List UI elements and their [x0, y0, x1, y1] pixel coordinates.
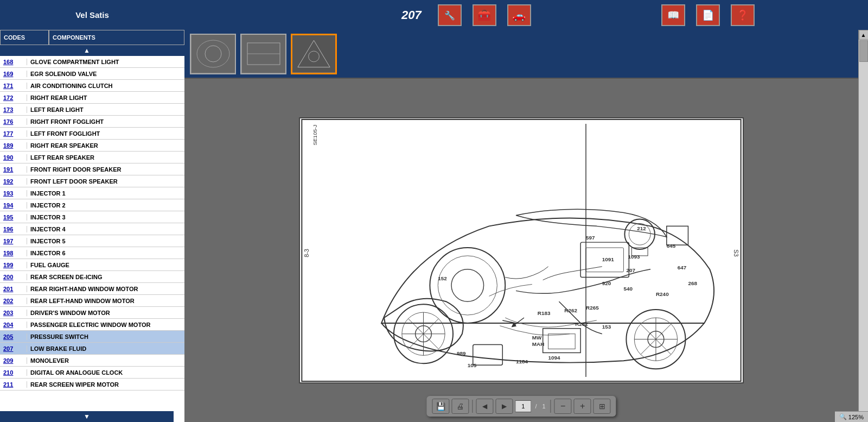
component-code: 204 [0, 322, 27, 328]
component-name: DIGITAL OR ANALOGUE CLOCK [27, 369, 123, 376]
svg-text:105: 105 [468, 362, 477, 368]
component-code: 211 [0, 381, 27, 388]
list-item[interactable]: 204PASSENGER ELECTRIC WINDOW MOTOR [0, 319, 184, 331]
list-item[interactable]: 171AIR CONDITIONING CLUTCH [0, 80, 184, 92]
svg-text:S3: S3 [733, 249, 739, 256]
list-item[interactable]: 200REAR SCREEN DE-ICING [0, 271, 184, 283]
svg-text:R265: R265 [586, 305, 599, 311]
toolbox-btn[interactable]: 🧰 [473, 4, 496, 26]
list-item[interactable]: 196INJECTOR 4 [0, 223, 184, 235]
zoom-out-button[interactable]: − [554, 399, 572, 414]
status-bar: 🔍 125% [835, 411, 868, 422]
list-item[interactable]: 209MONOLEVER [0, 355, 184, 367]
scrollbar-up[interactable]: ▲ [859, 30, 869, 40]
list-item[interactable]: 199FUEL GAUGE [0, 259, 184, 271]
list-item[interactable]: 202REAR LEFT-HAND WINDOW MOTOR [0, 295, 184, 307]
help-btn[interactable]: ❓ [731, 4, 755, 26]
document-btn[interactable]: 📄 [696, 4, 720, 26]
zoom-level: 125% [848, 414, 864, 420]
component-name: AIR CONDITIONING CLUTCH [27, 83, 113, 89]
print-button[interactable]: 🖨 [451, 399, 469, 414]
list-item[interactable]: 192FRONT LEFT DOOR SPEAKER [0, 175, 184, 187]
list-item[interactable]: 176RIGHT FRONT FOGLIGHT [0, 116, 184, 128]
component-code: 177 [0, 130, 27, 137]
fit-button[interactable]: ⊞ [593, 399, 611, 414]
list-item[interactable]: 173LEFT REAR LIGHT [0, 104, 184, 116]
next-page-button[interactable]: ▶ [495, 399, 513, 414]
component-name: LEFT REAR SPEAKER [27, 154, 94, 161]
component-code: 168 [0, 59, 27, 65]
list-item[interactable]: 189RIGHT REAR SPEAKER [0, 140, 184, 152]
page-current-input[interactable] [515, 400, 531, 412]
component-name: RIGHT FRONT FOGLIGHT [27, 118, 104, 125]
svg-text:🔧: 🔧 [444, 10, 455, 21]
component-name: INJECTOR 5 [27, 238, 66, 244]
svg-text:R240: R240 [656, 291, 669, 297]
scrollbar-track[interactable] [859, 40, 869, 412]
svg-text:212: 212 [637, 225, 646, 231]
page-total: 1 [542, 403, 545, 410]
wrench-icon: 🔧 [443, 8, 457, 22]
diagram-area: 8-3 S3 SE105-J [184, 79, 858, 422]
list-item[interactable]: 168GLOVE COMPARTMENT LIGHT [0, 56, 184, 68]
component-code: 190 [0, 154, 27, 161]
save-button[interactable]: 💾 [432, 399, 449, 414]
component-name: REAR SCREEN DE-ICING [27, 274, 103, 280]
list-item[interactable]: 172RIGHT REAR LIGHT [0, 92, 184, 104]
scroll-up-arrow[interactable]: ▲ [0, 45, 174, 56]
list-item[interactable]: 191FRONT RIGHT DOOR SPEAKER [0, 163, 184, 175]
component-name: GLOVE COMPARTMENT LIGHT [27, 59, 119, 65]
list-item[interactable]: 198INJECTOR 6 [0, 247, 184, 259]
toolbox-icon: 🧰 [477, 9, 491, 22]
thumbnail-2[interactable] [240, 34, 286, 74]
car-diagram-svg: 8-3 S3 SE105-J [300, 118, 743, 382]
list-item[interactable]: 177LEFT FRONT FOGLIGHT [0, 128, 184, 140]
component-code: 176 [0, 118, 27, 125]
list-item[interactable]: 211REAR SCREEN WIPER MOTOR [0, 379, 184, 390]
component-code: 171 [0, 83, 27, 89]
list-item[interactable]: 203DRIVER'S WINDOW MOTOR [0, 307, 184, 319]
component-code: 201 [0, 286, 27, 292]
car-btn[interactable]: 🚗 [507, 4, 531, 26]
list-item[interactable]: 201REAR RIGHT-HAND WINDOW MOTOR [0, 283, 184, 295]
zoom-in-button[interactable]: + [574, 399, 591, 414]
list-item[interactable]: 205PRESSURE SWITCH [0, 331, 184, 343]
svg-text:597: 597 [586, 235, 595, 241]
component-code: 196 [0, 226, 27, 232]
svg-text:645: 645 [667, 243, 676, 249]
component-code: 195 [0, 214, 27, 221]
component-code: 191 [0, 166, 27, 173]
component-name: REAR RIGHT-HAND WINDOW MOTOR [27, 286, 138, 292]
scrollbar-thumb[interactable] [859, 40, 868, 62]
component-name: LOW BRAKE FLUID [27, 345, 86, 352]
svg-text:989: 989 [457, 350, 466, 356]
list-item[interactable]: 190LEFT REAR SPEAKER [0, 152, 184, 163]
list-item[interactable]: 207LOW BRAKE FLUID [0, 343, 184, 355]
svg-text:920: 920 [602, 280, 611, 286]
svg-text:8-3: 8-3 [303, 249, 310, 257]
list-item[interactable]: 193INJECTOR 1 [0, 187, 184, 199]
wrench-btn[interactable]: 🔧 [438, 4, 462, 26]
list-item[interactable]: 197INJECTOR 5 [0, 235, 184, 247]
thumbnail-3[interactable] [291, 34, 337, 74]
book-btn[interactable]: 📖 [661, 4, 685, 26]
component-name: RIGHT REAR SPEAKER [27, 142, 98, 149]
header-toolbar: 207 🔧 🧰 🚗 📖 📄 ❓ [396, 0, 868, 30]
component-code: 198 [0, 250, 27, 256]
component-code: 199 [0, 262, 27, 268]
book-icon: 📖 [667, 9, 679, 21]
components-header: COMPONENTS [49, 30, 184, 45]
car-icon: 🚗 [512, 9, 526, 22]
list-item[interactable]: 195INJECTOR 3 [0, 211, 184, 223]
list-item[interactable]: 194INJECTOR 2 [0, 199, 184, 211]
scroll-down-arrow[interactable]: ▼ [0, 411, 174, 422]
thumbnail-1[interactable] [190, 34, 236, 74]
svg-rect-11 [302, 119, 741, 381]
list-item[interactable]: 169EGR SOLENOID VALVE [0, 68, 184, 80]
svg-text:R262: R262 [564, 307, 577, 313]
component-name: INJECTOR 4 [27, 226, 66, 232]
list-item[interactable]: 210DIGITAL OR ANALOGUE CLOCK [0, 367, 184, 379]
prev-page-button[interactable]: ◀ [476, 399, 493, 414]
component-name: LEFT REAR LIGHT [27, 106, 84, 113]
svg-text:153: 153 [602, 324, 611, 330]
